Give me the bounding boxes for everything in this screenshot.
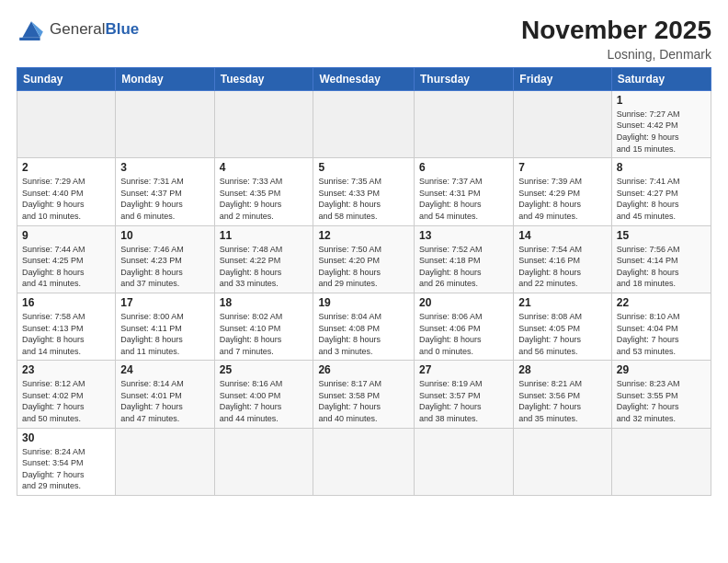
day-info: Sunrise: 7:54 AM Sunset: 4:16 PM Dayligh… <box>518 244 607 290</box>
day-number: 17 <box>120 296 209 309</box>
month-title: November 2025 <box>521 17 711 45</box>
calendar-day-cell: 21Sunrise: 8:08 AM Sunset: 4:05 PM Dayli… <box>514 293 612 360</box>
weekday-header-friday: Friday <box>514 67 612 90</box>
calendar-day-cell: 1Sunrise: 7:27 AM Sunset: 4:42 PM Daylig… <box>611 90 711 157</box>
calendar-day-cell: 7Sunrise: 7:39 AM Sunset: 4:29 PM Daylig… <box>514 158 612 225</box>
calendar-day-cell <box>214 428 313 495</box>
calendar-day-cell: 19Sunrise: 8:04 AM Sunset: 4:08 PM Dayli… <box>313 293 415 360</box>
day-info: Sunrise: 8:02 AM Sunset: 4:10 PM Dayligh… <box>220 311 309 357</box>
calendar-day-cell: 10Sunrise: 7:46 AM Sunset: 4:23 PM Dayli… <box>116 225 214 293</box>
day-info: Sunrise: 8:06 AM Sunset: 4:06 PM Dayligh… <box>419 311 508 357</box>
day-info: Sunrise: 7:56 AM Sunset: 4:14 PM Dayligh… <box>617 244 706 290</box>
calendar-day-cell: 6Sunrise: 7:37 AM Sunset: 4:31 PM Daylig… <box>415 158 514 225</box>
day-info: Sunrise: 7:48 AM Sunset: 4:22 PM Dayligh… <box>220 244 309 290</box>
calendar-day-cell <box>313 90 415 157</box>
calendar-day-cell: 16Sunrise: 7:58 AM Sunset: 4:13 PM Dayli… <box>17 293 116 360</box>
calendar-day-cell <box>611 428 711 495</box>
calendar-week-row: 30Sunrise: 8:24 AM Sunset: 3:54 PM Dayli… <box>17 428 711 495</box>
day-number: 29 <box>617 363 706 376</box>
calendar-day-cell <box>17 90 116 157</box>
day-number: 18 <box>220 296 309 309</box>
calendar-day-cell: 25Sunrise: 8:16 AM Sunset: 4:00 PM Dayli… <box>214 361 313 428</box>
calendar-day-cell: 2Sunrise: 7:29 AM Sunset: 4:40 PM Daylig… <box>17 158 116 225</box>
day-info: Sunrise: 8:08 AM Sunset: 4:05 PM Dayligh… <box>518 311 607 357</box>
calendar-day-cell: 27Sunrise: 8:19 AM Sunset: 3:57 PM Dayli… <box>415 361 514 428</box>
day-info: Sunrise: 8:10 AM Sunset: 4:04 PM Dayligh… <box>617 311 706 357</box>
logo-general: General <box>50 20 105 38</box>
logo-text: GeneralBlue <box>50 21 139 39</box>
day-info: Sunrise: 7:33 AM Sunset: 4:35 PM Dayligh… <box>220 176 309 222</box>
calendar-day-cell <box>415 428 514 495</box>
weekday-header-monday: Monday <box>116 67 214 90</box>
calendar-day-cell: 20Sunrise: 8:06 AM Sunset: 4:06 PM Dayli… <box>415 293 514 360</box>
calendar-day-cell: 23Sunrise: 8:12 AM Sunset: 4:02 PM Dayli… <box>17 361 116 428</box>
day-info: Sunrise: 7:37 AM Sunset: 4:31 PM Dayligh… <box>419 176 508 222</box>
day-info: Sunrise: 8:23 AM Sunset: 3:55 PM Dayligh… <box>617 378 706 424</box>
day-info: Sunrise: 8:12 AM Sunset: 4:02 PM Dayligh… <box>22 378 110 424</box>
day-number: 14 <box>518 229 607 242</box>
calendar-day-cell <box>214 90 313 157</box>
calendar-week-row: 9Sunrise: 7:44 AM Sunset: 4:25 PM Daylig… <box>17 225 711 293</box>
day-number: 3 <box>120 161 209 174</box>
calendar-day-cell <box>313 428 415 495</box>
header: GeneralBlue November 2025 Losning, Denma… <box>17 17 711 62</box>
calendar-day-cell: 26Sunrise: 8:17 AM Sunset: 3:58 PM Dayli… <box>313 361 415 428</box>
calendar-day-cell <box>116 428 214 495</box>
calendar-day-cell: 4Sunrise: 7:33 AM Sunset: 4:35 PM Daylig… <box>214 158 313 225</box>
day-info: Sunrise: 7:50 AM Sunset: 4:20 PM Dayligh… <box>318 244 409 290</box>
weekday-header-thursday: Thursday <box>415 67 514 90</box>
day-number: 25 <box>220 363 309 376</box>
svg-rect-2 <box>19 38 40 40</box>
day-number: 24 <box>120 363 209 376</box>
day-info: Sunrise: 7:31 AM Sunset: 4:37 PM Dayligh… <box>120 176 209 222</box>
day-number: 16 <box>22 296 110 309</box>
day-number: 13 <box>419 229 508 242</box>
calendar-day-cell: 24Sunrise: 8:14 AM Sunset: 4:01 PM Dayli… <box>116 361 214 428</box>
calendar-day-cell <box>514 90 612 157</box>
calendar-week-row: 2Sunrise: 7:29 AM Sunset: 4:40 PM Daylig… <box>17 158 711 225</box>
location: Losning, Denmark <box>521 47 711 62</box>
day-info: Sunrise: 8:04 AM Sunset: 4:08 PM Dayligh… <box>318 311 409 357</box>
calendar-day-cell: 14Sunrise: 7:54 AM Sunset: 4:16 PM Dayli… <box>514 225 612 293</box>
calendar-week-row: 1Sunrise: 7:27 AM Sunset: 4:42 PM Daylig… <box>17 90 711 157</box>
day-number: 8 <box>617 161 706 174</box>
weekday-header-tuesday: Tuesday <box>214 67 313 90</box>
calendar-day-cell <box>415 90 514 157</box>
calendar-day-cell: 5Sunrise: 7:35 AM Sunset: 4:33 PM Daylig… <box>313 158 415 225</box>
day-number: 7 <box>518 161 607 174</box>
day-info: Sunrise: 7:41 AM Sunset: 4:27 PM Dayligh… <box>617 176 706 222</box>
day-number: 20 <box>419 296 508 309</box>
day-info: Sunrise: 7:44 AM Sunset: 4:25 PM Dayligh… <box>22 244 110 290</box>
calendar-week-row: 16Sunrise: 7:58 AM Sunset: 4:13 PM Dayli… <box>17 293 711 360</box>
day-number: 12 <box>318 229 409 242</box>
weekday-header-wednesday: Wednesday <box>313 67 415 90</box>
calendar-day-cell <box>116 90 214 157</box>
day-info: Sunrise: 8:21 AM Sunset: 3:56 PM Dayligh… <box>518 378 607 424</box>
calendar-day-cell: 22Sunrise: 8:10 AM Sunset: 4:04 PM Dayli… <box>611 293 711 360</box>
weekday-header-sunday: Sunday <box>17 67 116 90</box>
day-info: Sunrise: 7:58 AM Sunset: 4:13 PM Dayligh… <box>22 311 110 357</box>
calendar-day-cell: 18Sunrise: 8:02 AM Sunset: 4:10 PM Dayli… <box>214 293 313 360</box>
day-number: 4 <box>220 161 309 174</box>
day-number: 30 <box>22 431 110 444</box>
calendar-day-cell <box>514 428 612 495</box>
calendar-day-cell: 29Sunrise: 8:23 AM Sunset: 3:55 PM Dayli… <box>611 361 711 428</box>
calendar-day-cell: 3Sunrise: 7:31 AM Sunset: 4:37 PM Daylig… <box>116 158 214 225</box>
day-number: 9 <box>22 229 110 242</box>
day-number: 5 <box>318 161 409 174</box>
day-info: Sunrise: 8:00 AM Sunset: 4:11 PM Dayligh… <box>120 311 209 357</box>
day-number: 26 <box>318 363 409 376</box>
weekday-header-saturday: Saturday <box>611 67 711 90</box>
day-number: 27 <box>419 363 508 376</box>
day-info: Sunrise: 7:35 AM Sunset: 4:33 PM Dayligh… <box>318 176 409 222</box>
day-number: 6 <box>419 161 508 174</box>
day-number: 11 <box>220 229 309 242</box>
day-number: 21 <box>518 296 607 309</box>
calendar-day-cell: 17Sunrise: 8:00 AM Sunset: 4:11 PM Dayli… <box>116 293 214 360</box>
day-info: Sunrise: 8:24 AM Sunset: 3:54 PM Dayligh… <box>22 446 110 492</box>
calendar: SundayMondayTuesdayWednesdayThursdayFrid… <box>17 67 711 496</box>
day-number: 19 <box>318 296 409 309</box>
day-info: Sunrise: 7:29 AM Sunset: 4:40 PM Dayligh… <box>22 176 110 222</box>
calendar-day-cell: 9Sunrise: 7:44 AM Sunset: 4:25 PM Daylig… <box>17 225 116 293</box>
day-info: Sunrise: 8:16 AM Sunset: 4:00 PM Dayligh… <box>220 378 309 424</box>
